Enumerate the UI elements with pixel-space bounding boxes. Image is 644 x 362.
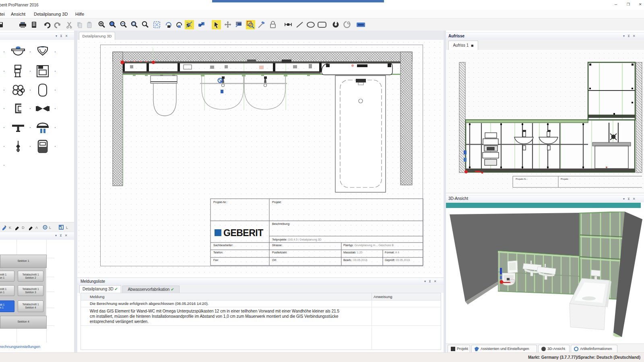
svg-text:L: L <box>49 226 51 230</box>
svg-text:A: A <box>35 226 38 230</box>
svg-text:K: K <box>9 226 11 230</box>
svg-text:Teilprojekte: GIS 4.5 / Detail: Teilprojekte: GIS 4.5 / Detailplanung 3D <box>272 238 322 241</box>
svg-text:Ort:: Ort: <box>272 259 277 261</box>
svg-text:Plantyp: Grundplanung m... Ges: Plantyp: Grundplanung m... Geschoss B <box>343 244 394 247</box>
svg-text:L: L <box>66 226 68 230</box>
svg-text:Massstab: 1:20: Massstab: 1:20 <box>343 251 363 254</box>
svg-text:Sachbearbeiter:: Sachbearbeiter: <box>213 244 233 247</box>
svg-text:Telefon:: Telefon: <box>213 251 223 254</box>
svg-text:Bearb.: 09.05.2016: Bearb.: 09.05.2016 <box>343 259 367 261</box>
svg-text:Projekt-N...: Projekt-N... <box>516 178 528 180</box>
svg-text:Fax:: Fax: <box>213 259 219 261</box>
svg-text:D: D <box>22 226 25 230</box>
svg-text:Projekt:: Projekt: <box>272 201 282 204</box>
svg-text:Projekt: Projekt <box>561 178 568 180</box>
svg-text:Beschreibung:: Beschreibung: <box>272 222 290 226</box>
svg-text:Format: A 4: Format: A 4 <box>385 251 399 254</box>
svg-text:Geprüft: 09.05.2016: Geprüft: 09.05.2016 <box>385 259 410 262</box>
svg-text:GEBERIT: GEBERIT <box>223 228 263 238</box>
svg-text:Postleitzahl:: Postleitzahl: <box>272 251 287 254</box>
svg-text:Projekt-Nr.:: Projekt-Nr.: <box>213 201 227 204</box>
svg-text:Strasse:: Strasse: <box>272 244 283 247</box>
